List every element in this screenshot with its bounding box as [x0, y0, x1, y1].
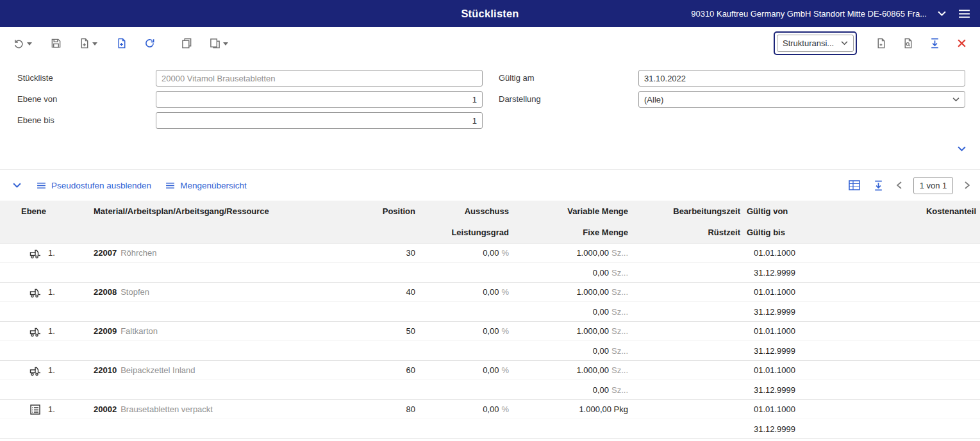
table-row[interactable]: 1. 22008Stopfen 40 0,00% 1.000,00Sz... 0…: [0, 283, 980, 322]
ausschuss-cell: 0,00%: [417, 365, 510, 375]
pseudostufen-link[interactable]: Pseudostufen ausblenden: [34, 179, 154, 192]
material-cell: 22010Beipackzettel Inland: [90, 365, 336, 375]
save-button[interactable]: [46, 33, 65, 53]
grid-scroll-to-end-button[interactable]: [872, 179, 885, 192]
revert-menu-caret-icon[interactable]: [27, 42, 32, 46]
material-name: Brausetabletten verpackt: [120, 404, 213, 414]
gueltig-von-cell: 01.01.1000: [742, 365, 797, 375]
gueltig-bis-cell: 31.12.9999: [742, 385, 797, 395]
pager-input[interactable]: [913, 177, 953, 194]
close-button[interactable]: [952, 33, 971, 53]
level-value: 1.: [48, 248, 55, 258]
mengenuebersicht-link[interactable]: Mengenübersicht: [163, 179, 249, 192]
col-header-fixe-menge: Fixe Menge: [510, 228, 629, 237]
gueltig-von-cell: 01.01.1000: [742, 248, 797, 258]
copy-button[interactable]: [177, 33, 196, 53]
main-menu-button[interactable]: [957, 8, 972, 20]
hamburger-menu-icon: [958, 9, 970, 19]
chevron-right-icon: [965, 181, 970, 189]
darstellung-select-value: (Alle): [644, 95, 663, 104]
excel-grid-icon: [849, 180, 860, 190]
export-excel-button[interactable]: [847, 179, 861, 192]
darstellung-select[interactable]: (Alle): [638, 91, 965, 108]
header-form: Stückliste Ebene von Ebene bis Gültig am…: [0, 59, 980, 169]
close-icon: [957, 38, 967, 48]
material-code: 22010: [94, 365, 117, 375]
gueltig-am-label: Gültig am: [499, 70, 535, 87]
material-name: Beipackzettel Inland: [120, 365, 195, 375]
revert-icon: [13, 38, 24, 49]
duplicate-menu-caret-icon[interactable]: [223, 42, 228, 46]
revert-button[interactable]: [9, 33, 28, 53]
mengenuebersicht-link-label: Mengenübersicht: [180, 181, 247, 190]
col-header-ebene: Ebene: [0, 206, 90, 216]
material-cell: 22009Faltkarton: [90, 326, 336, 336]
table-row[interactable]: 1. 22010Beipackzettel Inland 60 0,00% 1.…: [0, 361, 980, 400]
material-name: Röhrchen: [120, 248, 156, 258]
material-name: Faltkarton: [120, 326, 158, 336]
table-row[interactable]: 1. 22009Faltkarton 50 0,00% 1.000,00Sz..…: [0, 322, 980, 361]
fixe-menge-cell: 0,00Sz...: [510, 307, 629, 317]
level-value: 1.: [48, 365, 55, 375]
level-cell: 1.: [0, 365, 90, 376]
material-cell: 20002Brausetabletten verpackt: [90, 404, 336, 414]
fixe-menge-cell: 0,00Sz...: [510, 346, 629, 356]
material-code: 22008: [94, 287, 117, 297]
ebene-bis-input[interactable]: [156, 112, 483, 129]
refresh-button[interactable]: [140, 33, 159, 53]
material-type-icon: [29, 247, 41, 259]
scroll-to-end-icon: [873, 180, 884, 191]
document-search-icon: [902, 38, 913, 49]
ebene-von-input[interactable]: [156, 91, 483, 108]
stueckliste-label: Stückliste: [17, 70, 53, 87]
chevron-down-icon: [13, 183, 21, 188]
position-cell: 30: [336, 248, 417, 258]
gueltig-am-input[interactable]: [638, 70, 965, 87]
save-icon: [51, 38, 62, 49]
variable-menge-cell: 1.000,00Sz...: [510, 365, 629, 375]
list-icon: [165, 182, 175, 189]
col-header-leistungsgrad: Leistungsgrad: [417, 228, 510, 237]
chevron-down-icon: [952, 97, 959, 102]
fixe-menge-cell: 0,00Sz...: [510, 385, 629, 395]
variable-menge-cell: 1.000,00Sz...: [510, 248, 629, 258]
collapse-grid-chevron[interactable]: [9, 180, 25, 191]
material-type-icon: [29, 365, 41, 376]
level-cell: 1.: [0, 287, 90, 298]
level-value: 1.: [48, 404, 55, 414]
material-code: 22007: [94, 248, 117, 258]
material-type-icon: [29, 287, 41, 298]
duplicate-button[interactable]: [205, 33, 224, 53]
darstellung-label: Darstellung: [499, 91, 541, 108]
view-select[interactable]: Strukturansi...: [777, 35, 854, 52]
scroll-to-end-icon: [929, 38, 940, 49]
gueltig-bis-cell: 31.12.9999: [742, 268, 797, 278]
collapse-form-chevron[interactable]: [955, 144, 968, 154]
col-header-ruestzeit: Rüstzeit: [629, 228, 742, 237]
company-selector-chevron[interactable]: [936, 10, 947, 18]
position-cell: 40: [336, 287, 417, 297]
table-row[interactable]: 1. 20002Brausetabletten verpackt 80 0,00…: [0, 400, 980, 439]
material-name: Stopfen: [120, 287, 149, 297]
next-page-button[interactable]: [963, 180, 971, 190]
material-type-icon: [29, 404, 41, 415]
col-header-position: Position: [336, 206, 417, 216]
material-code: 22009: [94, 326, 117, 336]
stueckliste-input[interactable]: [156, 70, 483, 87]
table-row[interactable]: 1. 22007Röhrchen 30 0,00% 1.000,00Sz... …: [0, 244, 980, 283]
ebene-bis-label: Ebene bis: [17, 112, 54, 129]
new-document-icon: [116, 38, 127, 49]
ebene-von-label: Ebene von: [17, 91, 57, 108]
add-page-button[interactable]: [871, 33, 890, 53]
scroll-to-end-button[interactable]: [925, 33, 944, 53]
table-header: Ebene Material/Arbeitsplan/Arbeitsgang/R…: [0, 201, 980, 244]
gueltig-bis-cell: 31.12.9999: [742, 346, 797, 356]
save-menu-caret-icon[interactable]: [92, 42, 97, 46]
level-cell: 1.: [0, 247, 90, 259]
prev-page-button[interactable]: [895, 180, 903, 190]
gueltig-von-cell: 01.01.1000: [742, 326, 797, 336]
save-and-new-button[interactable]: [74, 33, 94, 53]
new-document-button[interactable]: [112, 33, 131, 53]
preview-button[interactable]: [898, 33, 917, 53]
col-header-material: Material/Arbeitsplan/Arbeitsgang/Ressour…: [90, 206, 336, 216]
